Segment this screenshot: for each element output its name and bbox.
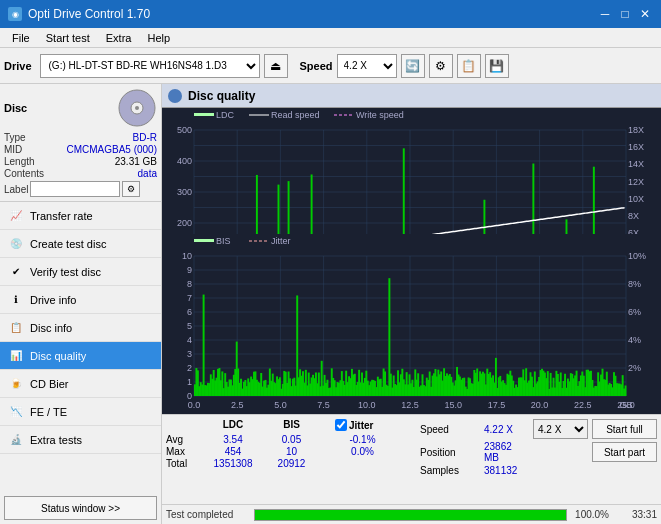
stats-max-jitter: 0.0%: [335, 446, 390, 457]
title-bar-controls: ─ □ ✕: [597, 6, 653, 22]
app-title: Opti Drive Control 1.70: [28, 7, 150, 21]
status-window-button[interactable]: Status window >>: [4, 496, 157, 520]
disc-quality-icon: 📊: [8, 348, 24, 364]
cd-bier-icon: 🍺: [8, 376, 24, 392]
settings-button2[interactable]: 📋: [457, 54, 481, 78]
menu-start-test[interactable]: Start test: [38, 30, 98, 46]
stats-total-ldc: 1351308: [202, 458, 264, 469]
stats-total-bis: 20912: [264, 458, 319, 469]
disc-contents-label: Contents: [4, 168, 44, 179]
nav-cd-bier[interactable]: 🍺 CD Bier: [0, 370, 161, 398]
title-bar: ◉ Opti Drive Control 1.70 ─ □ ✕: [0, 0, 661, 28]
refresh-button[interactable]: 🔄: [401, 54, 425, 78]
disc-type-label: Type: [4, 132, 26, 143]
disc-label-input[interactable]: [30, 181, 120, 197]
progress-bar-fill: [255, 510, 566, 520]
menu-bar: File Start test Extra Help: [0, 28, 661, 48]
disc-icon: [117, 88, 157, 128]
nav-fe-te-label: FE / TE: [30, 406, 67, 418]
disc-label-button[interactable]: ⚙: [122, 181, 140, 197]
disc-contents-row: Contents data: [4, 168, 157, 179]
create-test-disc-icon: 💿: [8, 236, 24, 252]
svg-point-2: [135, 106, 139, 110]
bottom-chart: [162, 234, 661, 414]
nav-disc-quality-label: Disc quality: [30, 350, 86, 362]
disc-mid-label: MID: [4, 144, 22, 155]
nav-drive-info-label: Drive info: [30, 294, 76, 306]
stats-samples-label: Samples: [420, 465, 480, 476]
stats-jitter-header: Jitter: [349, 420, 373, 431]
stats-max-bis: 10: [264, 446, 319, 457]
nav-items: 📈 Transfer rate 💿 Create test disc ✔ Ver…: [0, 202, 161, 492]
jitter-checkbox-container: Jitter: [335, 419, 373, 431]
stats-position-label: Position: [420, 447, 480, 458]
nav-verify-test-disc-label: Verify test disc: [30, 266, 101, 278]
stats-avg-jitter: -0.1%: [335, 434, 390, 445]
menu-help[interactable]: Help: [139, 30, 178, 46]
disc-label-row: Label ⚙: [4, 181, 157, 197]
disc-title: Disc: [4, 102, 27, 114]
disc-mid-value: CMCMAGBA5 (000): [66, 144, 157, 155]
disc-length-label: Length: [4, 156, 35, 167]
nav-create-test-disc[interactable]: 💿 Create test disc: [0, 230, 161, 258]
nav-extra-tests[interactable]: 🔬 Extra tests: [0, 426, 161, 454]
stats-avg-label: Avg: [166, 434, 202, 445]
save-button[interactable]: 💾: [485, 54, 509, 78]
disc-type-row: Type BD-R: [4, 132, 157, 143]
nav-verify-test-disc[interactable]: ✔ Verify test disc: [0, 258, 161, 286]
bottom-bar: Test completed 100.0% 33:31: [162, 504, 661, 524]
speed-dropdown[interactable]: 4.2 X: [533, 419, 588, 439]
sidebar: Disc Type BD-R MID CMCMAGBA5 (000): [0, 84, 162, 524]
charts-container: [162, 108, 661, 414]
title-bar-left: ◉ Opti Drive Control 1.70: [8, 7, 150, 21]
menu-file[interactable]: File: [4, 30, 38, 46]
chart-header-title: Disc quality: [188, 89, 255, 103]
nav-transfer-rate-label: Transfer rate: [30, 210, 93, 222]
stats-avg-bis: 0.05: [264, 434, 319, 445]
nav-cd-bier-label: CD Bier: [30, 378, 69, 390]
right-panel: Disc quality LDC BIS: [162, 84, 661, 524]
progress-pct: 100.0%: [575, 509, 609, 520]
jitter-checkbox[interactable]: [335, 419, 347, 431]
start-full-button[interactable]: Start full: [592, 419, 657, 439]
eject-button[interactable]: ⏏: [264, 54, 288, 78]
nav-disc-quality[interactable]: 📊 Disc quality: [0, 342, 161, 370]
status-text: Test completed: [166, 509, 246, 520]
stats-speed-value: 4.22 X: [484, 424, 529, 435]
disc-panel: Disc Type BD-R MID CMCMAGBA5 (000): [0, 84, 161, 202]
drive-select[interactable]: (G:) HL-DT-ST BD-RE WH16NS48 1.D3: [40, 54, 260, 78]
close-button[interactable]: ✕: [637, 6, 653, 22]
disc-header: Disc: [4, 88, 157, 128]
stats-max-ldc: 454: [202, 446, 264, 457]
drive-label: Drive: [4, 60, 32, 72]
disc-length-row: Length 23.31 GB: [4, 156, 157, 167]
nav-fe-te[interactable]: 📉 FE / TE: [0, 398, 161, 426]
main-content: Disc Type BD-R MID CMCMAGBA5 (000): [0, 84, 661, 524]
start-part-button[interactable]: Start part: [592, 442, 657, 462]
stats-total-label: Total: [166, 458, 202, 469]
nav-create-test-disc-label: Create test disc: [30, 238, 106, 250]
maximize-button[interactable]: □: [617, 6, 633, 22]
nav-drive-info[interactable]: ℹ Drive info: [0, 286, 161, 314]
disc-length-value: 23.31 GB: [115, 156, 157, 167]
drive-info-icon: ℹ: [8, 292, 24, 308]
minimize-button[interactable]: ─: [597, 6, 613, 22]
app-icon: ◉: [8, 7, 22, 21]
disc-info-icon: 📋: [8, 320, 24, 336]
menu-extra[interactable]: Extra: [98, 30, 140, 46]
app-window: ◉ Opti Drive Control 1.70 ─ □ ✕ File Sta…: [0, 0, 661, 524]
transfer-rate-icon: 📈: [8, 208, 24, 224]
disc-label-label: Label: [4, 184, 28, 195]
speed-select[interactable]: 4.2 X: [337, 54, 397, 78]
progress-bar-container: [254, 509, 567, 521]
nav-disc-info-label: Disc info: [30, 322, 72, 334]
stats-ldc-header: LDC: [202, 419, 264, 431]
settings-button1[interactable]: ⚙: [429, 54, 453, 78]
stats-bar: LDC BIS Jitter Avg 3.54 0.05 -0.1%: [162, 414, 661, 504]
stats-position-value: 23862 MB: [484, 441, 529, 463]
extra-tests-icon: 🔬: [8, 432, 24, 448]
nav-transfer-rate[interactable]: 📈 Transfer rate: [0, 202, 161, 230]
nav-disc-info[interactable]: 📋 Disc info: [0, 314, 161, 342]
verify-test-disc-icon: ✔: [8, 264, 24, 280]
nav-extra-tests-label: Extra tests: [30, 434, 82, 446]
